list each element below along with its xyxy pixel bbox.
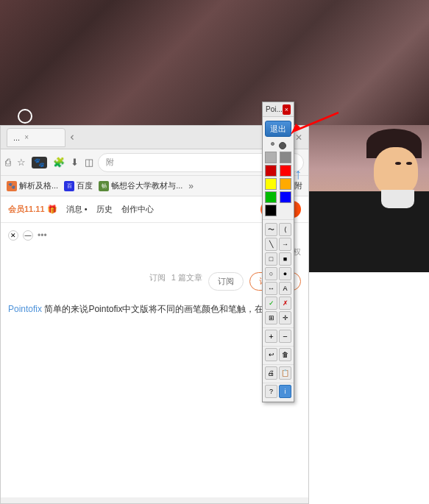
color-gray-dark[interactable]: [280, 152, 291, 163]
size-small[interactable]: [271, 142, 274, 146]
undo-tool[interactable]: ↩: [265, 348, 277, 361]
download-icon[interactable]: ⬇: [71, 157, 79, 168]
bookmark-icon[interactable]: ☆: [17, 157, 26, 168]
toolbar-close-icon: ×: [285, 106, 288, 113]
win-ctrl-close[interactable]: ✕: [8, 230, 18, 241]
ellipse-fill-tool[interactable]: ●: [279, 267, 291, 280]
color-red[interactable]: [280, 165, 291, 177]
toolbar-title-text: Poi...: [266, 105, 283, 113]
color-gray-light[interactable]: [265, 152, 277, 163]
zoom-section: + −: [263, 328, 294, 347]
webcam-overlay: [309, 125, 429, 272]
arrow-tool[interactable]: →: [279, 238, 291, 251]
info-tool[interactable]: i: [279, 385, 291, 398]
color-green[interactable]: [265, 191, 277, 203]
rect-fill-tool[interactable]: ■: [279, 252, 291, 266]
tab-label: ...: [13, 133, 20, 142]
bookmark-jiexi-label: 解析及格...: [19, 180, 58, 191]
person-right-eye: [406, 162, 412, 165]
output-section: 🖨 📋: [263, 365, 294, 383]
person-shirt: [381, 190, 414, 208]
book-icon: 畅: [102, 182, 107, 190]
white-circle-annotation: [18, 109, 32, 124]
color-dark-red[interactable]: [265, 165, 277, 177]
history-section: ↩ 🗑: [263, 347, 294, 365]
cross-tool[interactable]: ✗: [279, 297, 291, 310]
member-badge[interactable]: 会员11.11 🎁: [8, 204, 57, 215]
bookmark-baidu[interactable]: 百 百度: [64, 180, 93, 191]
check-tool[interactable]: ✓: [265, 297, 277, 310]
article-count: 1 篇文章: [171, 272, 202, 291]
line-tool[interactable]: ╲: [265, 238, 277, 251]
url-text: 附: [106, 157, 114, 168]
print-tool[interactable]: 🖨: [265, 366, 277, 380]
baidu-icon-text: 百: [67, 182, 72, 190]
remove-tool[interactable]: −: [279, 330, 291, 343]
win-ctrl-more[interactable]: •••: [38, 230, 47, 241]
window-controls-row: ✕ — •••: [8, 230, 301, 241]
history-nav[interactable]: 历史: [96, 204, 113, 215]
win-ctrl-min[interactable]: —: [23, 230, 33, 241]
move-tool[interactable]: ✛: [279, 311, 291, 324]
webcam-person-image: [309, 125, 429, 272]
exit-button[interactable]: 退出: [265, 121, 291, 137]
subscribe-label: 订阅: [149, 272, 166, 291]
color-blue[interactable]: [280, 191, 291, 203]
exit-button-label: 退出: [270, 124, 286, 135]
create-nav[interactable]: 创作中心: [121, 204, 154, 215]
bookmark-fu-label: 附: [294, 180, 302, 191]
message-nav[interactable]: 消息 •: [66, 204, 88, 215]
help-tool[interactable]: ?: [265, 385, 277, 398]
bookmark-changxianggu-icon: 畅: [99, 181, 109, 191]
bookmark-jiexi-icon: 🐾: [7, 181, 17, 191]
lasso-tool[interactable]: ⟨: [279, 223, 291, 236]
paw-icon: 🐾: [8, 182, 15, 189]
color-black[interactable]: [265, 205, 277, 216]
info-section: ? i: [263, 383, 294, 402]
bookmark-jiexi[interactable]: 🐾 解析及格...: [7, 180, 58, 191]
extension-icon[interactable]: 🧩: [53, 157, 65, 168]
tab-close-window[interactable]: ✕: [295, 132, 302, 143]
background-image: [0, 0, 429, 132]
subscribe-btn[interactable]: 订阅: [208, 272, 244, 291]
size-large[interactable]: [279, 142, 286, 149]
bookmark-changxianggu-label: 畅想谷大学教材与...: [111, 180, 182, 191]
article-excerpt: Pointofix 简单的来说Pointofix中文版将不同的画笔颜色和笔触，在…: [8, 302, 301, 316]
new-tab-button[interactable]: ⌄: [68, 132, 82, 142]
draw-tools-section: 〜 ⟨ ╲ → □ ■ ○ ● ↔ A ✓ ✗ ⊞ ✛: [263, 220, 294, 328]
text-tool[interactable]: A: [279, 282, 291, 295]
excerpt-link[interactable]: Pointofix: [8, 304, 42, 314]
copyright-text: 版权: [8, 246, 301, 258]
rect-outline-tool[interactable]: □: [265, 252, 277, 266]
share-icon[interactable]: ⎙: [5, 157, 11, 168]
history-icon[interactable]: 🐾: [32, 157, 47, 168]
bookmark-more-label[interactable]: »: [188, 181, 194, 191]
nav-buttons: ⎙ ☆ 🐾 🧩 ⬇ ◫: [5, 157, 93, 168]
browser-tab[interactable]: ... ×: [7, 128, 65, 147]
grid-tool[interactable]: ⊞: [265, 311, 277, 324]
toolbar-close-button[interactable]: ×: [283, 104, 291, 115]
copy-tool[interactable]: 📋: [279, 366, 291, 380]
tab-close-icon[interactable]: ×: [24, 133, 29, 141]
bookmark-baidu-icon: 百: [64, 181, 74, 191]
person-left-eye: [395, 162, 401, 165]
bookmark-baidu-label: 百度: [77, 180, 93, 191]
color-orange[interactable]: [280, 178, 291, 190]
sidebar-icon[interactable]: ◫: [85, 157, 93, 168]
person-face: [374, 147, 418, 195]
subscribe-btn-label: 订阅: [218, 277, 234, 285]
pointofix-toolbar: Poi... × 退出: [262, 102, 294, 402]
add-tool[interactable]: +: [265, 330, 277, 343]
freehand-tool[interactable]: 〜: [265, 223, 277, 236]
delete-tool[interactable]: 🗑: [279, 348, 291, 361]
excerpt-text: 简单的来说Pointofix中文版将不同的画笔颜色和笔触，在工: [44, 304, 272, 314]
double-arrow-tool[interactable]: ↔: [265, 282, 277, 295]
action-buttons-row: 订阅 1 篇文章 订阅 订阅专栏: [8, 272, 301, 291]
bookmark-changxianggu[interactable]: 畅 畅想谷大学教材与...: [99, 180, 182, 191]
color-yellow[interactable]: [265, 178, 277, 190]
ellipse-outline-tool[interactable]: ○: [265, 267, 277, 280]
size-section: [263, 141, 294, 220]
toolbar-titlebar: Poi... ×: [263, 102, 294, 117]
